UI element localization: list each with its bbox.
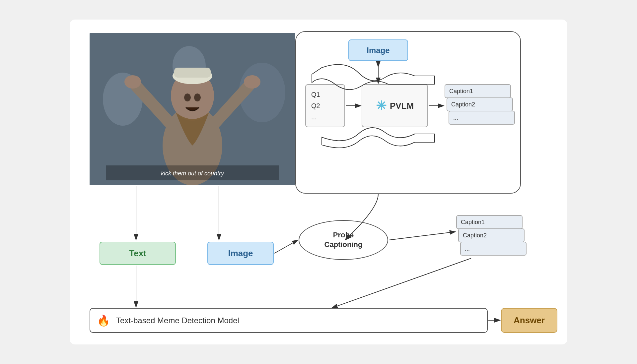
svg-point-13 [194, 93, 201, 101]
image-box-bottom: Image [207, 242, 274, 265]
svg-text:kick them out of country: kick them out of country [161, 170, 224, 177]
svg-point-9 [124, 75, 141, 89]
svg-line-22 [332, 258, 471, 308]
svg-point-12 [184, 93, 191, 101]
q-box: Q1 Q2 ... [305, 84, 345, 127]
answer-box: Answer [501, 308, 557, 333]
caption-card-b3: ... [460, 242, 527, 256]
text-box: Text [100, 242, 176, 265]
probe-captioning-ellipse: ProbeCaptioning [299, 220, 388, 260]
meme-image: kick them out of country [90, 33, 295, 185]
model-bar: 🔥 Text-based Meme Detection Model [90, 308, 488, 333]
svg-point-11 [244, 75, 260, 89]
snowflake-icon: ✳ [376, 98, 387, 113]
caption-card-b2: Caption2 [458, 228, 525, 242]
caption-card-3: ... [449, 111, 515, 125]
svg-rect-7 [174, 68, 211, 78]
svg-line-21 [389, 232, 456, 240]
pvlm-box: ✳ PVLM [362, 84, 428, 127]
image-box-top: Image [348, 39, 408, 61]
diagram-container: kick them out of country Image Q1 Q2 ...… [70, 20, 567, 344]
caption-card-2: Caption2 [447, 97, 513, 111]
caption-card-1: Caption1 [445, 84, 511, 98]
caption-stack-bottom: Caption1 Caption2 ... [456, 215, 527, 255]
caption-stack-top: Caption1 Caption2 ... [445, 84, 515, 124]
fire-icon: 🔥 [97, 314, 110, 327]
svg-line-20 [274, 240, 298, 253]
caption-card-b1: Caption1 [456, 215, 523, 229]
